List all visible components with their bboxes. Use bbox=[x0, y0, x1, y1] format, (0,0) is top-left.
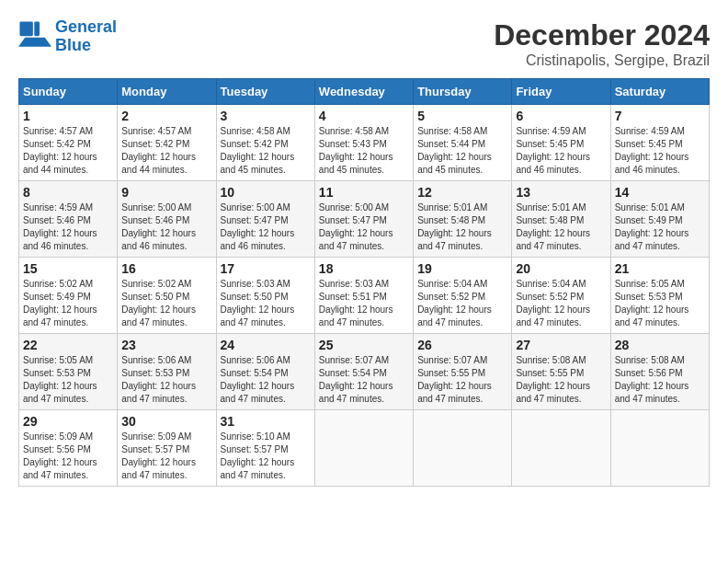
calendar-day-cell: 30 Sunrise: 5:09 AMSunset: 5:57 PMDaylig… bbox=[118, 410, 216, 487]
calendar-day-cell: 3 Sunrise: 4:58 AMSunset: 5:42 PMDayligh… bbox=[216, 105, 314, 181]
col-friday: Friday bbox=[512, 79, 610, 105]
day-number: 3 bbox=[221, 109, 311, 123]
logo-icon bbox=[18, 20, 51, 53]
col-saturday: Saturday bbox=[610, 79, 709, 105]
calendar-day-cell: 23 Sunrise: 5:06 AMSunset: 5:53 PMDaylig… bbox=[118, 334, 216, 410]
calendar-day-cell: 19 Sunrise: 5:04 AMSunset: 5:52 PMDaylig… bbox=[414, 258, 512, 334]
calendar-week-row: 29 Sunrise: 5:09 AMSunset: 5:56 PMDaylig… bbox=[19, 410, 710, 487]
calendar-table: Sunday Monday Tuesday Wednesday Thursday… bbox=[18, 78, 710, 487]
calendar-week-row: 22 Sunrise: 5:05 AMSunset: 5:53 PMDaylig… bbox=[19, 334, 710, 410]
calendar-day-cell bbox=[314, 410, 413, 487]
calendar-day-cell: 29 Sunrise: 5:09 AMSunset: 5:56 PMDaylig… bbox=[19, 410, 118, 487]
day-number: 29 bbox=[23, 414, 113, 429]
day-number: 1 bbox=[23, 109, 113, 123]
calendar-day-cell: 22 Sunrise: 5:05 AMSunset: 5:53 PMDaylig… bbox=[19, 334, 118, 410]
calendar-day-cell: 4 Sunrise: 4:58 AMSunset: 5:43 PMDayligh… bbox=[314, 105, 413, 181]
calendar-day-cell: 26 Sunrise: 5:07 AMSunset: 5:55 PMDaylig… bbox=[414, 334, 512, 410]
day-number: 12 bbox=[417, 185, 507, 200]
calendar-week-row: 8 Sunrise: 4:59 AMSunset: 5:46 PMDayligh… bbox=[19, 181, 710, 258]
day-info: Sunrise: 4:57 AMSunset: 5:42 PMDaylight:… bbox=[121, 126, 196, 175]
day-info: Sunrise: 4:58 AMSunset: 5:43 PMDaylight:… bbox=[319, 126, 393, 175]
day-number: 6 bbox=[516, 109, 606, 123]
calendar-day-cell: 2 Sunrise: 4:57 AMSunset: 5:42 PMDayligh… bbox=[118, 105, 216, 181]
day-info: Sunrise: 5:08 AMSunset: 5:55 PMDaylight:… bbox=[516, 355, 590, 404]
day-info: Sunrise: 5:09 AMSunset: 5:56 PMDaylight:… bbox=[23, 431, 97, 480]
day-number: 17 bbox=[221, 261, 311, 276]
day-info: Sunrise: 5:00 AMSunset: 5:46 PMDaylight:… bbox=[121, 202, 196, 251]
day-info: Sunrise: 5:03 AMSunset: 5:51 PMDaylight:… bbox=[319, 279, 393, 327]
calendar-day-cell: 6 Sunrise: 4:59 AMSunset: 5:45 PMDayligh… bbox=[512, 105, 610, 181]
col-monday: Monday bbox=[118, 79, 216, 105]
day-number: 11 bbox=[319, 185, 409, 200]
title-block: December 2024 Cristinapolis, Sergipe, Br… bbox=[494, 18, 710, 69]
calendar-day-cell bbox=[414, 410, 512, 487]
day-info: Sunrise: 5:02 AMSunset: 5:49 PMDaylight:… bbox=[23, 279, 97, 327]
logo-line2: Blue bbox=[55, 36, 91, 54]
calendar-day-cell bbox=[512, 410, 610, 487]
calendar-day-cell: 11 Sunrise: 5:00 AMSunset: 5:47 PMDaylig… bbox=[314, 181, 413, 258]
day-info: Sunrise: 5:03 AMSunset: 5:50 PMDaylight:… bbox=[221, 279, 295, 327]
day-number: 26 bbox=[417, 338, 507, 352]
col-wednesday: Wednesday bbox=[314, 79, 413, 105]
day-number: 23 bbox=[121, 338, 211, 352]
day-number: 7 bbox=[615, 109, 705, 123]
col-tuesday: Tuesday bbox=[216, 79, 314, 105]
col-thursday: Thursday bbox=[414, 79, 512, 105]
calendar-day-cell: 8 Sunrise: 4:59 AMSunset: 5:46 PMDayligh… bbox=[19, 181, 118, 258]
day-number: 4 bbox=[319, 109, 409, 123]
day-number: 25 bbox=[319, 338, 409, 352]
day-number: 14 bbox=[615, 185, 705, 200]
day-info: Sunrise: 5:10 AMSunset: 5:57 PMDaylight:… bbox=[221, 431, 295, 480]
calendar-day-cell: 7 Sunrise: 4:59 AMSunset: 5:45 PMDayligh… bbox=[610, 105, 709, 181]
calendar-day-cell bbox=[610, 410, 709, 487]
calendar-day-cell: 1 Sunrise: 4:57 AMSunset: 5:42 PMDayligh… bbox=[19, 105, 118, 181]
day-info: Sunrise: 5:01 AMSunset: 5:48 PMDaylight:… bbox=[417, 202, 492, 251]
calendar-day-cell: 31 Sunrise: 5:10 AMSunset: 5:57 PMDaylig… bbox=[216, 410, 314, 487]
calendar-day-cell: 27 Sunrise: 5:08 AMSunset: 5:55 PMDaylig… bbox=[512, 334, 610, 410]
day-number: 22 bbox=[23, 338, 113, 352]
svg-rect-1 bbox=[34, 21, 40, 36]
day-number: 28 bbox=[615, 338, 705, 352]
calendar-day-cell: 15 Sunrise: 5:02 AMSunset: 5:49 PMDaylig… bbox=[19, 258, 118, 334]
day-number: 27 bbox=[516, 338, 606, 352]
day-info: Sunrise: 5:06 AMSunset: 5:54 PMDaylight:… bbox=[221, 355, 295, 404]
day-info: Sunrise: 5:07 AMSunset: 5:54 PMDaylight:… bbox=[319, 355, 393, 404]
day-number: 24 bbox=[221, 338, 311, 352]
svg-rect-0 bbox=[19, 21, 32, 36]
day-info: Sunrise: 4:59 AMSunset: 5:46 PMDaylight:… bbox=[23, 202, 97, 251]
day-number: 21 bbox=[615, 261, 705, 276]
day-info: Sunrise: 5:06 AMSunset: 5:53 PMDaylight:… bbox=[121, 355, 196, 404]
calendar-header-row: Sunday Monday Tuesday Wednesday Thursday… bbox=[19, 79, 710, 105]
day-number: 9 bbox=[121, 185, 211, 200]
logo-line1: General bbox=[55, 17, 117, 36]
day-number: 30 bbox=[121, 414, 211, 429]
calendar-day-cell: 13 Sunrise: 5:01 AMSunset: 5:48 PMDaylig… bbox=[512, 181, 610, 258]
day-info: Sunrise: 4:59 AMSunset: 5:45 PMDaylight:… bbox=[615, 126, 689, 175]
calendar-day-cell: 14 Sunrise: 5:01 AMSunset: 5:49 PMDaylig… bbox=[610, 181, 709, 258]
day-number: 13 bbox=[516, 185, 606, 200]
day-info: Sunrise: 4:58 AMSunset: 5:44 PMDaylight:… bbox=[417, 126, 492, 175]
calendar-day-cell: 21 Sunrise: 5:05 AMSunset: 5:53 PMDaylig… bbox=[610, 258, 709, 334]
calendar-day-cell: 25 Sunrise: 5:07 AMSunset: 5:54 PMDaylig… bbox=[314, 334, 413, 410]
day-number: 8 bbox=[23, 185, 113, 200]
calendar-week-row: 1 Sunrise: 4:57 AMSunset: 5:42 PMDayligh… bbox=[19, 105, 710, 181]
calendar-day-cell: 9 Sunrise: 5:00 AMSunset: 5:46 PMDayligh… bbox=[118, 181, 216, 258]
day-number: 18 bbox=[319, 261, 409, 276]
day-number: 19 bbox=[417, 261, 507, 276]
svg-marker-2 bbox=[18, 38, 51, 47]
calendar-day-cell: 16 Sunrise: 5:02 AMSunset: 5:50 PMDaylig… bbox=[118, 258, 216, 334]
day-info: Sunrise: 5:01 AMSunset: 5:49 PMDaylight:… bbox=[615, 202, 689, 251]
calendar-day-cell: 17 Sunrise: 5:03 AMSunset: 5:50 PMDaylig… bbox=[216, 258, 314, 334]
calendar-day-cell: 10 Sunrise: 5:00 AMSunset: 5:47 PMDaylig… bbox=[216, 181, 314, 258]
calendar-day-cell: 12 Sunrise: 5:01 AMSunset: 5:48 PMDaylig… bbox=[414, 181, 512, 258]
day-info: Sunrise: 5:01 AMSunset: 5:48 PMDaylight:… bbox=[516, 202, 590, 251]
day-info: Sunrise: 5:00 AMSunset: 5:47 PMDaylight:… bbox=[221, 202, 295, 251]
calendar-day-cell: 28 Sunrise: 5:08 AMSunset: 5:56 PMDaylig… bbox=[610, 334, 709, 410]
day-info: Sunrise: 5:04 AMSunset: 5:52 PMDaylight:… bbox=[516, 279, 590, 327]
day-info: Sunrise: 4:57 AMSunset: 5:42 PMDaylight:… bbox=[23, 126, 97, 175]
day-info: Sunrise: 5:05 AMSunset: 5:53 PMDaylight:… bbox=[23, 355, 97, 404]
day-info: Sunrise: 5:08 AMSunset: 5:56 PMDaylight:… bbox=[615, 355, 689, 404]
calendar-day-cell: 24 Sunrise: 5:06 AMSunset: 5:54 PMDaylig… bbox=[216, 334, 314, 410]
day-info: Sunrise: 5:02 AMSunset: 5:50 PMDaylight:… bbox=[121, 279, 196, 327]
day-number: 10 bbox=[221, 185, 311, 200]
